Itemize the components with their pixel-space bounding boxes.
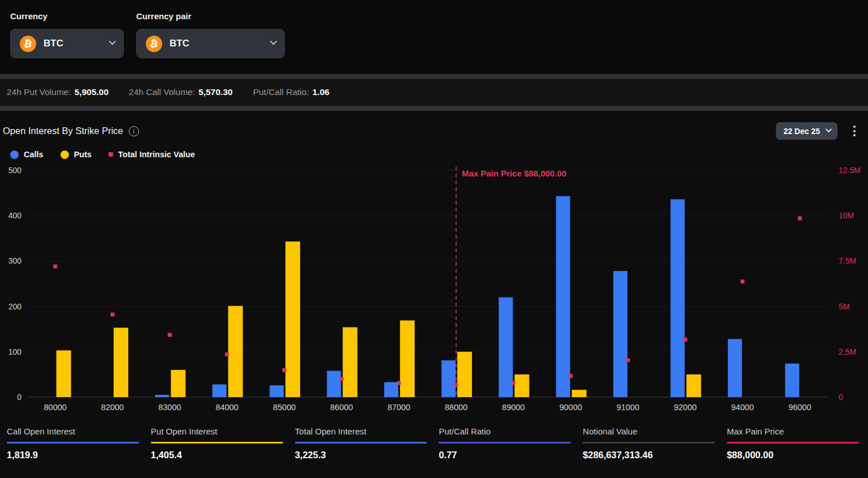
intrinsic-value-point[interactable] — [397, 381, 401, 385]
stat-underline — [295, 442, 427, 443]
intrinsic-value-point[interactable] — [683, 338, 687, 342]
put-bar[interactable] — [228, 306, 243, 397]
notional-value-card: Notional Value $286,637,313.46 — [583, 427, 715, 460]
put-call-ratio-label: Put/Call Ratio: — [253, 87, 309, 97]
stat-value: 1,405.4 — [151, 450, 283, 460]
intrinsic-value-point[interactable] — [225, 352, 229, 356]
stat-value: $88,000.00 — [727, 450, 859, 460]
options-dashboard: Currency ₿ BTC Currency pair ₿ BTC 24h P… — [0, 0, 868, 478]
call-volume-stat: 24h Call Volume:5,570.30 — [129, 87, 233, 97]
call-volume-value: 5,570.30 — [198, 87, 232, 97]
call-bar[interactable] — [212, 385, 227, 397]
left-axis-tick: 300 — [8, 256, 22, 265]
currency-pair-value: BTC — [170, 38, 189, 49]
put-bar[interactable] — [457, 352, 472, 397]
x-axis-tick: 92000 — [674, 403, 696, 412]
call-bar[interactable] — [728, 339, 742, 397]
call-bar[interactable] — [155, 395, 169, 397]
chart-header: Open Interest By Strike Price i 22 Dec 2… — [0, 111, 868, 140]
right-axis-tick: 0 — [839, 393, 843, 402]
stat-underline — [583, 442, 715, 443]
left-axis-tick: 0 — [17, 393, 21, 402]
legend-calls-label: Calls — [24, 150, 44, 159]
intrinsic-value-point[interactable] — [168, 333, 172, 337]
chart-legend: Calls Puts Total Intrinsic Value — [0, 149, 868, 160]
left-axis-tick: 100 — [8, 347, 22, 356]
chevron-down-icon — [109, 38, 116, 45]
stat-label: Notional Value — [583, 427, 715, 436]
legend-item-total-intrinsic-value[interactable]: Total Intrinsic Value — [108, 150, 195, 159]
put-bar[interactable] — [687, 374, 701, 397]
intrinsic-value-point[interactable] — [626, 358, 630, 362]
intrinsic-value-point[interactable] — [283, 368, 287, 372]
put-bar[interactable] — [342, 327, 357, 397]
stat-value: 3,225.3 — [295, 450, 427, 460]
call-bar[interactable] — [270, 385, 284, 397]
chart-title-wrap: Open Interest By Strike Price i — [3, 126, 139, 136]
stat-value: 0.77 — [439, 450, 571, 460]
open-interest-by-strike-chart: 001002.5M2005M3007.5M40010M50012.5MMax P… — [0, 161, 868, 420]
put-call-ratio-value: 1.06 — [313, 87, 329, 97]
kebab-menu-icon[interactable] — [850, 123, 859, 139]
x-axis-tick: 94000 — [731, 403, 754, 412]
legend-item-calls[interactable]: Calls — [10, 150, 44, 159]
intrinsic-value-point[interactable] — [740, 279, 744, 283]
call-bar[interactable] — [441, 360, 455, 397]
puts-swatch-icon — [60, 150, 69, 159]
stat-label: Put Open Interest — [151, 427, 283, 436]
chart-title: Open Interest By Strike Price — [3, 126, 123, 136]
divider — [0, 106, 868, 111]
intrinsic-value-point[interactable] — [798, 217, 802, 221]
currency-pair-select[interactable]: ₿ BTC — [136, 29, 285, 58]
intrinsic-value-point[interactable] — [53, 265, 57, 269]
bitcoin-icon: ₿ — [18, 34, 37, 53]
put-volume-stat: 24h Put Volume:5,905.00 — [7, 87, 108, 97]
intrinsic-value-point[interactable] — [340, 377, 344, 381]
currency-value: BTC — [44, 38, 63, 49]
expiry-date-select[interactable]: 22 Dec 25 — [776, 122, 837, 140]
currency-label: Currency — [10, 11, 124, 21]
call-bar[interactable] — [613, 271, 627, 397]
call-bar[interactable] — [556, 196, 570, 397]
legend-intrinsic-label: Total Intrinsic Value — [118, 150, 195, 159]
calls-swatch-icon — [10, 150, 19, 159]
call-bar[interactable] — [327, 371, 341, 397]
intrinsic-value-point[interactable] — [568, 374, 572, 378]
put-call-ratio-card: Put/Call Ratio 0.77 — [439, 427, 571, 460]
put-volume-label: 24h Put Volume: — [7, 87, 71, 97]
left-axis-tick: 400 — [8, 211, 22, 220]
call-bar[interactable] — [499, 298, 513, 397]
x-axis-tick: 86000 — [330, 403, 353, 412]
call-volume-label: 24h Call Volume: — [129, 87, 195, 97]
put-bar[interactable] — [114, 328, 128, 397]
call-bar[interactable] — [671, 199, 685, 397]
x-axis-tick: 85000 — [273, 403, 296, 412]
stat-label: Max Pain Price — [727, 427, 859, 436]
currency-select[interactable]: ₿ BTC — [10, 29, 124, 58]
put-bar[interactable] — [515, 374, 530, 397]
put-bar[interactable] — [400, 320, 415, 397]
put-open-interest-card: Put Open Interest 1,405.4 — [151, 427, 283, 460]
total-open-interest-card: Total Open Interest 3,225.3 — [295, 427, 427, 460]
volume-stats-bar: 24h Put Volume:5,905.00 24h Call Volume:… — [0, 79, 868, 106]
max-pain-annotation: Max Pain Price $88,000.00 — [462, 169, 566, 178]
stat-value: 1,819.9 — [7, 450, 139, 460]
intrinsic-value-point[interactable] — [111, 313, 115, 317]
expiry-date-value: 22 Dec 25 — [783, 127, 820, 136]
intrinsic-value-point[interactable] — [511, 381, 515, 385]
intrinsic-value-point[interactable] — [454, 382, 458, 386]
put-volume-value: 5,905.00 — [75, 87, 108, 97]
info-icon[interactable]: i — [129, 126, 139, 136]
stat-value: $286,637,313.46 — [583, 450, 715, 460]
x-axis-tick: 91000 — [617, 403, 639, 412]
x-axis-tick: 82000 — [101, 403, 124, 412]
x-axis-tick: 84000 — [216, 403, 238, 412]
put-bar[interactable] — [171, 370, 185, 397]
call-bar[interactable] — [384, 382, 398, 397]
call-bar[interactable] — [785, 364, 799, 397]
put-bar[interactable] — [572, 390, 587, 397]
put-bar[interactable] — [285, 242, 300, 397]
put-bar[interactable] — [57, 350, 71, 397]
legend-item-puts[interactable]: Puts — [60, 150, 92, 159]
stat-label: Put/Call Ratio — [439, 427, 571, 436]
